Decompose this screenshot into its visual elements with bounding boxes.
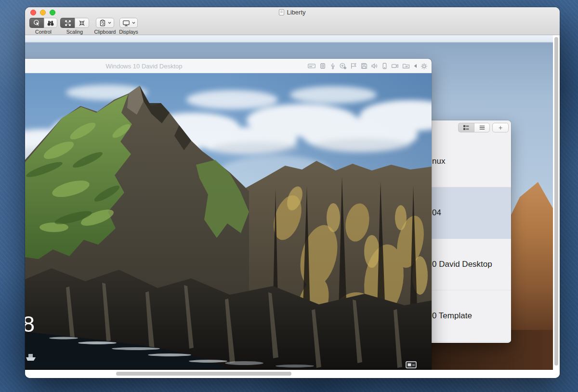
save-disk-icon[interactable]: [360, 63, 368, 69]
chevron-down-icon: [132, 22, 135, 24]
remote-menu-bar: [25, 35, 553, 42]
scale-to-fit-button[interactable]: [60, 18, 75, 28]
horizontal-scrollbar-thumb[interactable]: [116, 372, 291, 376]
mobile-device-icon[interactable]: [381, 63, 388, 69]
vm-status-icons: [308, 59, 428, 73]
processor-icon[interactable]: [319, 63, 327, 69]
displays-group-label: Displays: [117, 29, 141, 35]
horizontal-scrollbar-track: [25, 370, 560, 378]
chevron-down-icon: [108, 22, 111, 24]
lock-clock-hour: 8: [25, 311, 35, 337]
camera-icon[interactable]: [391, 63, 399, 69]
displays-button[interactable]: [119, 18, 138, 28]
shared-folder-icon[interactable]: [402, 63, 410, 69]
host-desktop: Liberty: [0, 0, 578, 392]
cursor-icon: [33, 19, 40, 26]
network-display-icon[interactable]: [406, 362, 416, 368]
lock-screen-photo: 8: [25, 73, 432, 369]
sound-icon[interactable]: [371, 63, 378, 69]
remote-client-window: Liberty: [25, 7, 560, 378]
binoculars-icon: [47, 20, 54, 26]
vm-window: Windows 10 David Desktop: [25, 59, 432, 370]
snapshots-icon[interactable]: [350, 63, 357, 69]
clipboard-group-label: Clipboard: [92, 29, 118, 35]
library-view-segmented: [458, 123, 490, 132]
keyboard-icon[interactable]: [308, 63, 315, 69]
control-mode-button[interactable]: [29, 18, 44, 28]
list-view-button[interactable]: [474, 123, 490, 132]
vm-list-item[interactable]: nux: [423, 136, 511, 187]
clipboard-button[interactable]: [96, 18, 114, 28]
list-view-icon: [479, 124, 486, 131]
actual-size-button[interactable]: [75, 18, 89, 28]
vm-list: nux 04 0 David Desktop 0 Template: [423, 136, 511, 343]
shrink-arrows-icon: [79, 20, 85, 26]
grid-view-button[interactable]: [458, 123, 474, 132]
vm-display-lock-screen[interactable]: 8: [25, 73, 432, 369]
vm-library-window: + nux 04 0 David Desktop 0 Template: [423, 120, 511, 343]
app-titlebar[interactable]: Liberty: [25, 7, 560, 17]
app-toolbar: Control: [25, 17, 560, 35]
vertical-scrollbar-thumb[interactable]: [554, 37, 558, 366]
observe-mode-button[interactable]: [44, 18, 57, 28]
scaling-group-label: Scaling: [60, 29, 89, 35]
app-header: Liberty: [25, 7, 560, 35]
remote-screen-view[interactable]: + nux 04 0 David Desktop 0 Template: [25, 35, 553, 370]
expand-arrows-icon: [65, 20, 71, 26]
document-proxy-icon: [279, 9, 284, 15]
back-arrow-icon[interactable]: [413, 64, 417, 68]
vm-titlebar[interactable]: Windows 10 David Desktop: [25, 59, 432, 73]
plus-icon: +: [499, 124, 502, 131]
grid-view-icon: [463, 124, 470, 131]
control-group-label: Control: [29, 29, 57, 35]
cd-dvd-icon[interactable]: [339, 63, 347, 69]
vm-list-item-selected[interactable]: 04: [423, 187, 511, 239]
usb-icon[interactable]: [330, 63, 336, 69]
library-toolbar: +: [423, 120, 511, 136]
vm-list-item[interactable]: 0 David Desktop: [423, 239, 511, 290]
vertical-scrollbar-track: [553, 35, 560, 370]
display-icon: [122, 20, 130, 26]
vm-list-item[interactable]: 0 Template: [423, 290, 511, 342]
window-title: Liberty: [287, 9, 305, 16]
add-vm-button[interactable]: +: [492, 123, 509, 132]
settings-gear-icon[interactable]: [420, 63, 428, 70]
clipboard-icon: [99, 19, 106, 26]
